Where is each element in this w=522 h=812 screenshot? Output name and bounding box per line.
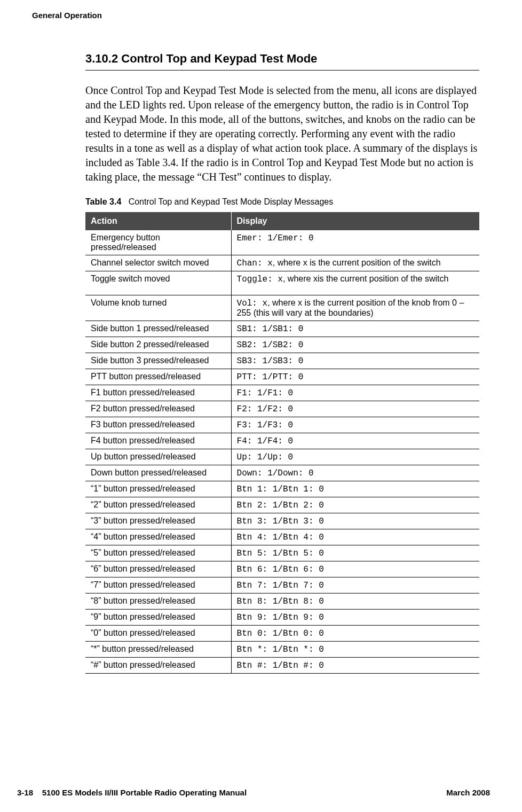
table-row: “3” button pressed/releasedBtn 3: 1/Btn … [85,513,479,529]
table-caption: Table 3.4 Control Top and Keypad Test Mo… [85,197,479,207]
table-row: “7” button pressed/releasedBtn 7: 1/Btn … [85,577,479,594]
display-tail: , where xis the current position of the … [283,274,448,283]
table-cell-action: Side button 2 pressed/released [85,337,231,353]
table-row: Side button 1 pressed/releasedSB1: 1/SB1… [85,321,479,337]
table-cell-display: Btn 6: 1/Btn 6: 0 [231,561,479,577]
table-cell-display: F1: 1/F1: 0 [231,385,479,401]
page-footer: 3-18 5100 ES Models II/III Portable Radi… [17,788,490,797]
display-code: Vol: x [237,299,268,308]
table-row: Emergency button pressed/releasedEmer: 1… [85,230,479,255]
table-cell-display: Btn 3: 1/Btn 3: 0 [231,513,479,529]
footer-page-number: 3-18 [17,788,33,797]
table-cell-display: SB3: 1/SB3: 0 [231,353,479,369]
display-code: Btn 8: 1/Btn 8: 0 [237,597,324,606]
table-cell-action: Volume knob turned [85,295,231,321]
display-code: Btn #: 1/Btn #: 0 [237,661,324,670]
display-code: Up: 1/Up: 0 [237,452,294,462]
table-cell-display: Btn 0: 1/Btn 0: 0 [231,626,479,642]
table-cell-display: Btn 4: 1/Btn 4: 0 [231,529,479,545]
table-caption-text: Control Top and Keypad Test Mode Display… [129,197,334,206]
running-header: General Operation [32,11,490,20]
table-row: “2” button pressed/releasedBtn 2: 1/Btn … [85,497,479,513]
table-cell-display: Chan: x, where x is the current position… [231,255,479,271]
table-row: “0” button pressed/releasedBtn 0: 1/Btn … [85,626,479,642]
table-cell-display: Btn 9: 1/Btn 9: 0 [231,610,479,626]
table-cell-action: “5” button pressed/released [85,545,231,561]
table-cell-action: Up button pressed/released [85,449,231,465]
table-cell-action: “6” button pressed/released [85,561,231,577]
table-cell-display: Up: 1/Up: 0 [231,449,479,465]
table-cell-action: Emergency button pressed/released [85,230,231,255]
table-row: “4” button pressed/releasedBtn 4: 1/Btn … [85,529,479,545]
display-code: F1: 1/F1: 0 [237,388,294,398]
table-row: F4 button pressed/releasedF4: 1/F4: 0 [85,433,479,449]
table-header-display: Display [231,212,479,230]
table-cell-action: “0” button pressed/released [85,626,231,642]
display-code: Down: 1/Down: 0 [237,469,314,478]
table-cell-display: F3: 1/F3: 0 [231,417,479,433]
display-code: Btn *: 1/Btn *: 0 [237,645,324,654]
table-row: Volume knob turnedVol: x, where x is the… [85,295,479,321]
table-caption-number: Table 3.4 [85,197,121,206]
display-code: Emer: 1/Emer: 0 [237,233,314,243]
table-row: Up button pressed/releasedUp: 1/Up: 0 [85,449,479,465]
table-row: “5” button pressed/releasedBtn 5: 1/Btn … [85,545,479,561]
table-cell-display: F2: 1/F2: 0 [231,401,479,417]
display-code: Btn 1: 1/Btn 1: 0 [237,485,324,494]
table-cell-display: Vol: x, where x is the current position … [231,295,479,321]
display-code: SB2: 1/SB2: 0 [237,340,304,350]
table-cell-action: Side button 3 pressed/released [85,353,231,369]
display-code: SB1: 1/SB1: 0 [237,324,304,334]
table-cell-display: Btn 7: 1/Btn 7: 0 [231,577,479,594]
display-messages-table: Action Display Emergency button pressed/… [85,212,479,674]
footer-right: March 2008 [446,788,490,797]
display-tail: , where x is the current position of the… [237,298,464,317]
display-code: PTT: 1/PTT: 0 [237,372,304,382]
table-row: “6” button pressed/releasedBtn 6: 1/Btn … [85,561,479,577]
display-code: Toggle: x [237,275,283,284]
display-code: Btn 3: 1/Btn 3: 0 [237,517,324,526]
table-cell-display: Btn 5: 1/Btn 5: 0 [231,545,479,561]
main-content: 3.10.2 Control Top and Keypad Test Mode … [85,52,479,674]
table-cell-action: Down button pressed/released [85,465,231,481]
display-code: Btn 9: 1/Btn 9: 0 [237,613,324,622]
table-cell-action: PTT button pressed/released [85,369,231,385]
table-cell-action: “7” button pressed/released [85,577,231,594]
table-row: Down button pressed/releasedDown: 1/Down… [85,465,479,481]
display-tail: , where x is the current position of the… [273,258,441,267]
display-code: Chan: x [237,259,273,268]
table-cell-action: “4” button pressed/released [85,529,231,545]
footer-left: 3-18 5100 ES Models II/III Portable Radi… [17,788,247,797]
table-cell-action: F2 button pressed/released [85,401,231,417]
table-cell-display: Btn 8: 1/Btn 8: 0 [231,594,479,610]
table-row: “1” button pressed/releasedBtn 1: 1/Btn … [85,481,479,497]
table-header-row: Action Display [85,212,479,230]
table-row: F3 button pressed/releasedF3: 1/F3: 0 [85,417,479,433]
table-row: Side button 2 pressed/releasedSB2: 1/SB2… [85,337,479,353]
table-body: Emergency button pressed/releasedEmer: 1… [85,230,479,674]
display-code: Btn 5: 1/Btn 5: 0 [237,549,324,558]
table-cell-action: “2” button pressed/released [85,497,231,513]
table-cell-display: Emer: 1/Emer: 0 [231,230,479,255]
footer-manual-title: 5100 ES Models II/III Portable Radio Ope… [42,788,247,797]
display-code: Btn 7: 1/Btn 7: 0 [237,581,324,590]
display-code: F2: 1/F2: 0 [237,404,294,414]
section-body-paragraph: Once Control Top and Keypad Test Mode is… [85,83,479,184]
table-cell-action: Channel selector switch moved [85,255,231,271]
table-cell-display: SB1: 1/SB1: 0 [231,321,479,337]
table-row: PTT button pressed/releasedPTT: 1/PTT: 0 [85,369,479,385]
table-cell-action: Toggle switch moved [85,271,231,295]
table-cell-action: “1” button pressed/released [85,481,231,497]
table-cell-display: Toggle: x, where xis the current positio… [231,271,479,295]
table-cell-action: “3” button pressed/released [85,513,231,529]
table-row: Channel selector switch movedChan: x, wh… [85,255,479,271]
table-cell-display: SB2: 1/SB2: 0 [231,337,479,353]
table-row: “#” button pressed/releasedBtn #: 1/Btn … [85,658,479,674]
display-code: Btn 2: 1/Btn 2: 0 [237,501,324,510]
table-cell-action: “#” button pressed/released [85,658,231,674]
table-cell-display: Btn 1: 1/Btn 1: 0 [231,481,479,497]
table-cell-display: Btn #: 1/Btn #: 0 [231,658,479,674]
table-cell-action: Side button 1 pressed/released [85,321,231,337]
table-cell-display: Down: 1/Down: 0 [231,465,479,481]
table-cell-action: “8” button pressed/released [85,594,231,610]
